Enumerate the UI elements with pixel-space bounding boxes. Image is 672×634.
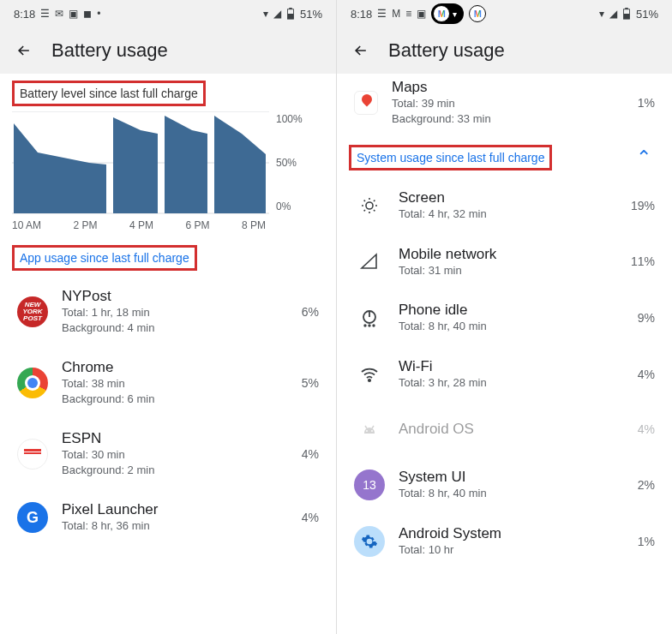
android-icon <box>354 414 385 445</box>
sys-row-system-ui[interactable]: 13 System UI Total: 8 hr, 40 min 2% <box>337 457 672 513</box>
app-total: Total: 38 min <box>62 376 288 392</box>
chrome-icon <box>17 368 48 398</box>
svg-line-18 <box>365 426 367 428</box>
system-usage-expander[interactable]: System usage since last full charge ⌃ <box>337 138 672 177</box>
chevron-down-icon: ▾ <box>453 9 457 19</box>
sys-total: Total: 8 hr, 40 min <box>399 486 624 501</box>
app-row-espn[interactable]: ESPN Total: 30 min Background: 2 min 4% <box>0 418 336 489</box>
statusbar: 8:18 ☰ ✉ ▣ ◼ • ▾ ◢ 51% <box>0 0 336 27</box>
x-tick-0: 10 AM <box>12 219 41 231</box>
app-row-pixel-launcher[interactable]: G Pixel Launcher Total: 8 hr, 36 min 4% <box>0 489 336 546</box>
app-bg: Background: 6 min <box>62 392 288 407</box>
sys-pct: 2% <box>638 478 655 492</box>
svg-point-13 <box>369 325 370 326</box>
page-title: Battery usage <box>51 39 168 62</box>
sys-name: Phone idle <box>399 302 624 319</box>
x-tick-3: 6 PM <box>185 219 209 231</box>
app-pct: 6% <box>302 305 319 319</box>
back-button[interactable] <box>14 40 34 61</box>
page-title: Battery usage <box>388 39 505 62</box>
gmail-secondary-icon: M <box>469 5 486 22</box>
svg-point-17 <box>371 430 373 432</box>
sys-pct: 11% <box>631 254 655 268</box>
app-pct: 4% <box>302 511 319 524</box>
gmail-account-switcher-pill[interactable]: M ▾ <box>431 3 464 24</box>
sys-row-android-os[interactable]: Android OS 4% <box>337 402 672 457</box>
signal-icon <box>354 246 385 277</box>
app-name: Pixel Launcher <box>62 501 288 518</box>
sys-pct: 1% <box>638 535 655 548</box>
svg-point-12 <box>364 325 366 326</box>
app-name: ESPN <box>62 430 288 447</box>
battery-pct: 51% <box>636 8 658 21</box>
app-pct: 1% <box>638 96 655 110</box>
y-tick-0: 0% <box>276 200 314 212</box>
status-icon-notif4: ◼ <box>83 8 92 20</box>
sys-pct: 19% <box>631 199 655 212</box>
chevron-up-icon: ⌃ <box>636 147 651 169</box>
svg-point-9 <box>366 202 373 209</box>
x-tick-4: 8 PM <box>242 219 266 231</box>
app-name: NYPost <box>62 288 288 305</box>
svg-rect-2 <box>289 8 292 9</box>
sys-name: Android System <box>399 525 624 542</box>
sys-row-screen[interactable]: Screen Total: 4 hr, 32 min 19% <box>337 177 672 234</box>
sys-row-mobile-network[interactable]: Mobile network Total: 31 min 11% <box>337 234 672 290</box>
nypost-icon: NEWYORKPOST <box>17 296 48 327</box>
app-row-maps[interactable]: Maps Total: 39 min Background: 33 min 1% <box>337 74 672 138</box>
section-header-app-usage: App usage since last full charge <box>20 251 189 265</box>
status-icon-notif2: ✉ <box>55 8 63 20</box>
app-total: Total: 39 min <box>392 96 624 111</box>
status-icon-notif1: ☰ <box>377 8 387 20</box>
sys-total: Total: 3 hr, 28 min <box>399 375 624 391</box>
sys-row-android-system[interactable]: Android System Total: 10 hr 1% <box>337 513 672 570</box>
status-icon-notif2: M <box>392 8 400 20</box>
app-bg: Background: 33 min <box>392 111 624 127</box>
app-total: Total: 30 min <box>62 447 288 463</box>
app-pct: 5% <box>302 376 319 390</box>
y-tick-50: 50% <box>276 157 314 169</box>
signal-icon: ◢ <box>609 8 617 20</box>
battery-pct: 51% <box>300 8 322 21</box>
svg-point-15 <box>369 379 370 380</box>
sys-total: Total: 10 hr <box>399 542 624 558</box>
status-time: 8:18 <box>14 8 35 21</box>
sys-row-phone-idle[interactable]: Phone idle Total: 8 hr, 40 min 9% <box>337 290 672 346</box>
google-icon: G <box>17 502 48 533</box>
battery-chart: 100% 50% 0% 10 AM 2 PM 4 PM 6 PM 8 PM <box>0 111 336 238</box>
app-row-nypost[interactable]: NEWYORKPOST NYPost Total: 1 hr, 18 min B… <box>0 276 336 347</box>
svg-line-19 <box>372 426 374 428</box>
sys-name: Wi-Fi <box>399 358 624 375</box>
app-total: Total: 1 hr, 18 min <box>62 305 288 320</box>
sys-name: Android OS <box>399 421 624 438</box>
status-time: 8:18 <box>351 8 372 21</box>
espn-icon <box>17 439 48 470</box>
battery-icon <box>286 8 295 20</box>
sys-name: Screen <box>399 189 617 206</box>
section-header-battery-level: Battery level since last full charge <box>20 87 198 100</box>
app-name: Maps <box>392 79 624 96</box>
maps-icon <box>354 91 378 115</box>
sys-total: Total: 4 hr, 32 min <box>399 206 617 222</box>
status-icon-notif3: ▣ <box>69 8 78 20</box>
wifi-icon: ▾ <box>263 8 268 20</box>
svg-rect-7 <box>623 14 629 19</box>
sys-row-wifi[interactable]: Wi-Fi Total: 3 hr, 28 min 4% <box>337 346 672 403</box>
screenshot-right: 8:18 ☰ M ≡ ▣ M ▾ M ▾ ◢ 51% Battery usage <box>336 0 672 634</box>
app-total: Total: 8 hr, 36 min <box>62 518 288 534</box>
app-row-chrome[interactable]: Chrome Total: 38 min Background: 6 min 5… <box>0 347 336 418</box>
power-icon <box>354 302 385 333</box>
sys-pct: 9% <box>638 311 655 325</box>
appbar: Battery usage <box>0 27 336 74</box>
highlight-battery-level-section: Battery level since last full charge <box>12 81 206 106</box>
sys-pct: 4% <box>638 368 655 381</box>
statusbar: 8:18 ☰ M ≡ ▣ M ▾ M ▾ ◢ 51% <box>337 0 672 27</box>
svg-rect-8 <box>625 8 628 9</box>
screenshot-left: 8:18 ☰ ✉ ▣ ◼ • ▾ ◢ 51% Battery usage Bat… <box>0 0 336 634</box>
status-icon-notif4: ▣ <box>417 8 426 20</box>
svg-point-14 <box>373 325 375 326</box>
back-button[interactable] <box>351 40 371 61</box>
svg-point-16 <box>366 430 368 432</box>
app-pct: 4% <box>302 447 319 461</box>
app-name: Chrome <box>62 359 288 376</box>
